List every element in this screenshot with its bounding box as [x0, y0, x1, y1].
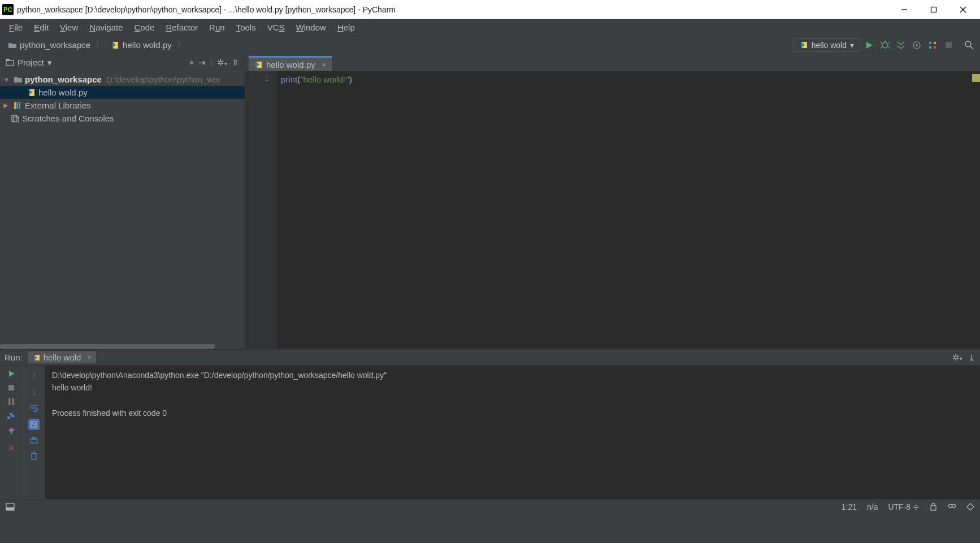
- svg-point-4: [882, 42, 888, 48]
- concurrency-button[interactable]: [926, 38, 939, 52]
- pin-button[interactable]: [7, 427, 16, 436]
- export-icon[interactable]: ⤓: [968, 353, 975, 363]
- library-icon: [14, 102, 23, 110]
- analysis-marker-icon[interactable]: [972, 74, 980, 82]
- menu-refactor[interactable]: Refactor: [160, 20, 203, 34]
- svg-rect-39: [6, 507, 14, 510]
- menu-vcs[interactable]: VCS: [262, 20, 290, 34]
- gear-icon[interactable]: ✲▾: [217, 58, 227, 68]
- menu-edit[interactable]: Edit: [28, 20, 54, 34]
- breadcrumb-file[interactable]: hello wold.py 〉: [107, 38, 189, 51]
- svg-rect-27: [8, 398, 11, 405]
- svg-rect-32: [31, 422, 37, 427]
- debug-button[interactable]: [878, 38, 892, 52]
- folder-icon: [14, 76, 23, 83]
- print-button[interactable]: [29, 437, 38, 445]
- scrollbar-thumb[interactable]: [0, 344, 215, 349]
- breadcrumb-root[interactable]: python_worksapce 〉: [5, 38, 107, 51]
- menu-run[interactable]: Run: [203, 20, 231, 34]
- menubar: File Edit View Navigate Code Refactor Ru…: [0, 19, 980, 36]
- chevron-down-icon: ▼: [3, 76, 11, 83]
- console-exit: Process finished with exit code 0: [52, 409, 167, 418]
- close-tab-icon[interactable]: ×: [322, 60, 327, 69]
- console-stdout: hello world!: [52, 383, 92, 392]
- collapse-icon[interactable]: ⇥: [198, 58, 206, 68]
- project-view-selector[interactable]: Project ▾: [6, 58, 52, 68]
- soft-wrap-button[interactable]: [29, 404, 38, 412]
- stop-button[interactable]: [942, 38, 955, 52]
- svg-rect-12: [929, 42, 931, 44]
- stop-run-button[interactable]: [8, 384, 15, 391]
- console-output[interactable]: D:\develop\python\Anaconda3\python.exe "…: [45, 366, 980, 499]
- tree-scratches[interactable]: Scratches and Consoles: [0, 112, 245, 125]
- project-header: Project ▾ ⌖ ⇥ | ✲▾ ⥣: [0, 54, 245, 71]
- up-button[interactable]: ↑: [32, 370, 36, 380]
- titlebar: PC python_worksapce [D:\develop\python\p…: [0, 0, 980, 19]
- hide-icon[interactable]: ⥣: [232, 58, 239, 68]
- menu-window[interactable]: Window: [290, 20, 332, 34]
- locate-icon[interactable]: ⌖: [189, 58, 194, 68]
- tab-file[interactable]: hello wold.py ×: [249, 56, 332, 71]
- close-button[interactable]: [948, 0, 978, 19]
- status-sep[interactable]: n/a: [867, 502, 878, 511]
- menu-file[interactable]: File: [3, 20, 28, 34]
- python-icon: [800, 41, 808, 49]
- svg-rect-31: [10, 413, 12, 415]
- scroll-end-button[interactable]: [28, 419, 40, 430]
- svg-point-41: [949, 505, 952, 508]
- svg-line-8: [881, 47, 882, 48]
- navbar: python_worksapce 〉 hello wold.py 〉 hello…: [0, 36, 980, 54]
- run-config-tab[interactable]: hello wold ×: [28, 351, 96, 363]
- project-panel: Project ▾ ⌖ ⇥ | ✲▾ ⥣ ▼ python_worksapce …: [0, 54, 245, 349]
- code-line: print("hello world!"): [281, 73, 980, 85]
- rerun-button[interactable]: [8, 370, 15, 377]
- pause-button[interactable]: [8, 398, 15, 406]
- tree-root-name: python_worksapce: [25, 75, 102, 84]
- svg-line-6: [881, 42, 882, 44]
- tree-external[interactable]: ▶ External Libraries: [0, 99, 245, 112]
- python-file-icon: [254, 60, 263, 69]
- svg-rect-22: [16, 102, 18, 109]
- minimize-icon: [901, 6, 908, 13]
- inspections-icon[interactable]: [947, 502, 956, 511]
- coverage-button[interactable]: [894, 38, 908, 52]
- tree-file[interactable]: hello wold.py: [0, 86, 245, 99]
- profiler-button[interactable]: [910, 38, 923, 52]
- breadcrumb-label: python_worksapce: [20, 40, 90, 50]
- code-area[interactable]: print("hello world!"): [276, 71, 980, 349]
- menu-view[interactable]: View: [54, 20, 84, 34]
- menu-navigate[interactable]: Navigate: [84, 20, 128, 34]
- tree-scratches-label: Scratches and Consoles: [22, 114, 114, 123]
- close-run-tab-icon[interactable]: ×: [87, 353, 92, 362]
- status-encoding[interactable]: UTF-8 ≑: [888, 502, 920, 511]
- close-run-button[interactable]: ×: [8, 442, 15, 454]
- python-file-icon: [111, 41, 120, 50]
- menu-help[interactable]: Help: [332, 20, 361, 34]
- scratches-icon: [11, 115, 20, 123]
- window-title: python_worksapce [D:\develop\python\pyth…: [17, 5, 396, 14]
- down-button[interactable]: ↓: [32, 387, 36, 397]
- main-area: Project ▾ ⌖ ⇥ | ✲▾ ⥣ ▼ python_worksapce …: [0, 54, 980, 349]
- tool-windows-icon[interactable]: [6, 503, 15, 511]
- menu-code[interactable]: Code: [129, 20, 161, 34]
- editor[interactable]: 1 print("hello world!"): [245, 71, 980, 349]
- run-config-tab-label: hello wold: [44, 353, 81, 362]
- dump-threads-button[interactable]: [7, 412, 16, 420]
- minimize-button[interactable]: [890, 0, 919, 19]
- run-config-selector[interactable]: hello wold ▾: [793, 38, 860, 52]
- project-tree[interactable]: ▼ python_worksapce D:\develop\python\pyt…: [0, 71, 245, 349]
- menu-tools[interactable]: Tools: [231, 20, 262, 34]
- breadcrumb-label: hello wold.py: [123, 40, 172, 50]
- svg-rect-15: [934, 46, 936, 49]
- clear-button[interactable]: [30, 451, 38, 461]
- search-button[interactable]: [962, 38, 975, 52]
- svg-rect-29: [7, 416, 10, 419]
- svg-rect-14: [929, 46, 931, 49]
- maximize-button[interactable]: [919, 0, 948, 19]
- tree-root[interactable]: ▼ python_worksapce D:\develop\python\pyt…: [0, 73, 245, 86]
- status-caret-pos[interactable]: 1:21: [842, 502, 857, 511]
- lock-icon[interactable]: [930, 502, 937, 511]
- git-icon[interactable]: [966, 503, 974, 511]
- run-button[interactable]: [862, 38, 876, 52]
- gear-icon[interactable]: ✲▾: [952, 353, 962, 363]
